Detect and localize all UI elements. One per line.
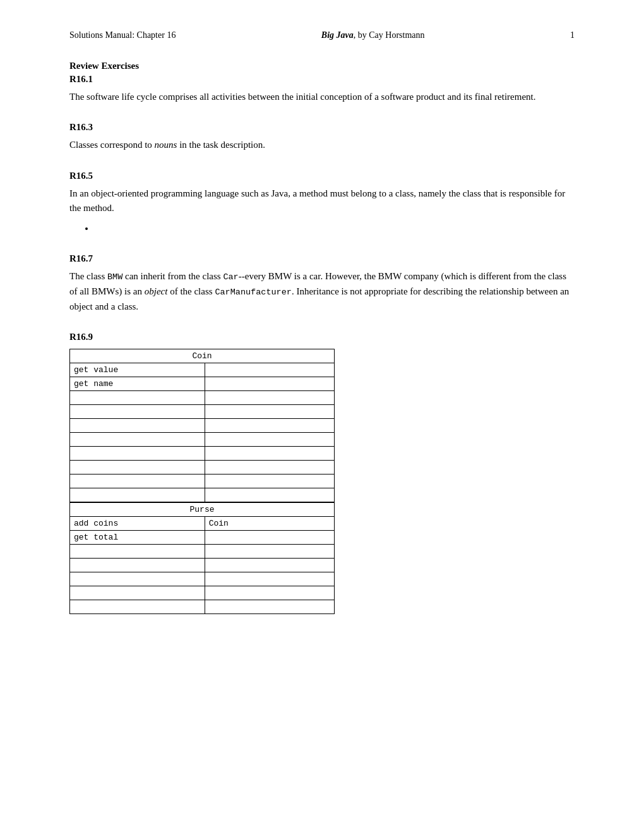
coin-row-10-right [205,488,334,502]
r16-7-bmw: BMW [107,272,122,282]
review-exercises-title: Review Exercises [69,61,575,71]
r16-7-object: object [145,286,168,296]
r16-5-section: R16.5 In an object-oriented programming … [69,171,575,236]
coin-row-9-left [70,474,205,488]
coin-row-7-left [70,447,205,461]
purse-row-3-left [70,545,205,559]
coin-row-9 [70,474,335,488]
r16-3-pre: Classes correspond to [69,140,155,150]
r16-1-id: R16.1 [69,74,575,85]
r16-7-mid1: can inherit from the class [122,271,223,281]
coin-header: Coin [70,349,335,363]
header-center-post: , by Cay Horstmann [354,30,425,40]
review-exercises-section: Review Exercises R16.1 The software life… [69,61,575,104]
r16-5-bullet-list [95,221,575,236]
purse-row-1-right: Coin [205,517,334,531]
r16-7-section: R16.7 The class BMW can inherit from the… [69,253,575,314]
r16-3-post: in the task description. [177,140,265,150]
purse-row-5-right [205,572,334,586]
coin-header-row: Coin [70,349,335,363]
page-number: 1 [570,30,575,40]
r16-5-body: In an object-oriented programming langua… [69,186,575,216]
purse-row-4-right [205,559,334,572]
r16-3-italic: nouns [155,140,177,150]
purse-row-2: get total [70,531,335,545]
purse-row-6-left [70,586,205,600]
r16-3-body: Classes correspond to nouns in the task … [69,138,575,152]
coin-row-4 [70,405,335,419]
purse-row-6-right [205,586,334,600]
coin-row-10-left [70,488,205,502]
coin-row-3-right [205,391,334,405]
coin-row-2: get name [70,377,335,391]
coin-row-4-right [205,405,334,419]
r16-1-body: The software life cycle comprises all ac… [69,90,575,104]
r16-7-pre: The class [69,271,107,281]
coin-row-8 [70,461,335,474]
coin-row-2-right [205,377,334,391]
purse-row-3-right [205,545,334,559]
purse-row-1-left: add coins [70,517,205,531]
coin-row-7 [70,447,335,461]
r16-5-bullet-item [95,221,575,236]
r16-3-id: R16.3 [69,122,575,133]
uml-container: Coin get value get name [69,349,575,614]
purse-table: Purse add coins Coin get total [69,502,335,614]
coin-table: Coin get value get name [69,349,335,502]
purse-row-2-right [205,531,334,545]
coin-row-3 [70,391,335,405]
coin-row-6 [70,433,335,447]
coin-row-1: get value [70,363,335,377]
purse-row-7 [70,600,335,614]
purse-row-5 [70,572,335,586]
r16-9-id: R16.9 [69,332,575,342]
coin-row-4-left [70,405,205,419]
book-title: Big Java [321,30,354,40]
coin-row-2-left: get name [70,377,205,391]
purse-row-6 [70,586,335,600]
r16-7-carmanufacturer: CarManufacturer [215,287,292,297]
purse-row-4 [70,559,335,572]
coin-row-10 [70,488,335,502]
page-header: Solutions Manual: Chapter 16 Big Java, b… [69,30,575,40]
purse-row-3 [70,545,335,559]
header-left: Solutions Manual: Chapter 16 [69,30,176,40]
coin-row-1-left: get value [70,363,205,377]
coin-row-5 [70,419,335,433]
r16-9-section: R16.9 Coin get value get name [69,332,575,614]
coin-row-8-left [70,461,205,474]
r16-5-id: R16.5 [69,171,575,181]
r16-7-mid3: of the class [167,286,215,296]
r16-7-body: The class BMW can inherit from the class… [69,269,575,314]
r16-7-id: R16.7 [69,253,575,264]
header-center: Big Java, by Cay Horstmann [321,30,425,40]
page: Solutions Manual: Chapter 16 Big Java, b… [0,0,644,834]
coin-row-8-right [205,461,334,474]
coin-row-7-right [205,447,334,461]
purse-header-row: Purse [70,503,335,517]
purse-row-5-left [70,572,205,586]
coin-row-6-left [70,433,205,447]
coin-row-9-right [205,474,334,488]
purse-header: Purse [70,503,335,517]
purse-row-1: add coins Coin [70,517,335,531]
purse-row-7-left [70,600,205,614]
coin-row-1-right [205,363,334,377]
r16-3-section: R16.3 Classes correspond to nouns in the… [69,122,575,152]
purse-row-7-right [205,600,334,614]
coin-row-6-right [205,433,334,447]
coin-row-3-left [70,391,205,405]
purse-row-2-left: get total [70,531,205,545]
r16-7-car: Car [223,272,238,282]
coin-row-5-right [205,419,334,433]
purse-row-4-left [70,559,205,572]
coin-row-5-left [70,419,205,433]
